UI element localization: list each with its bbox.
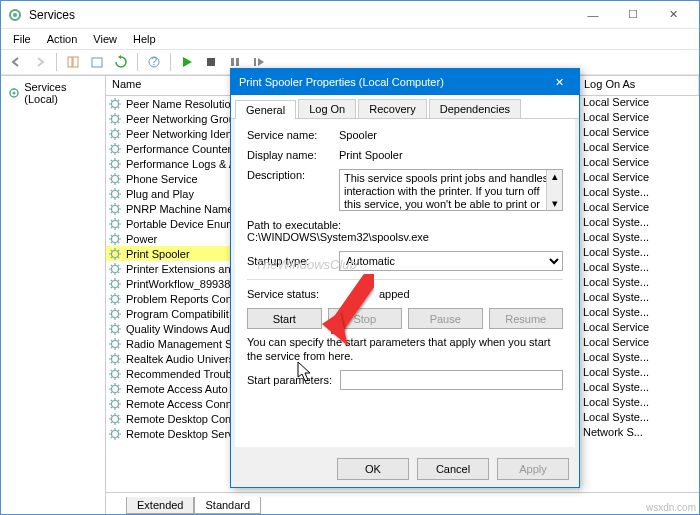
- tab-logon[interactable]: Log On: [298, 99, 356, 118]
- menu-view[interactable]: View: [85, 31, 125, 47]
- svg-rect-9: [236, 58, 239, 66]
- tab-dependencies[interactable]: Dependencies: [429, 99, 521, 118]
- svg-line-183: [118, 369, 119, 370]
- gear-icon: [108, 112, 122, 126]
- tree-pane[interactable]: Services (Local): [1, 76, 106, 514]
- tab-extended[interactable]: Extended: [126, 497, 194, 514]
- pause-button[interactable]: Pause: [408, 308, 483, 329]
- svg-point-157: [112, 340, 119, 347]
- logon-value: Local Syste...: [579, 381, 699, 396]
- stop-button[interactable]: Stop: [328, 308, 403, 329]
- service-name: Plug and Play: [126, 188, 194, 200]
- tab-recovery[interactable]: Recovery: [358, 99, 426, 118]
- start-button[interactable]: Start: [247, 308, 322, 329]
- service-name: Quality Windows Audi: [126, 323, 232, 335]
- dialog-tabs: General Log On Recovery Dependencies: [231, 95, 579, 119]
- forward-button[interactable]: [29, 51, 51, 73]
- svg-line-144: [111, 309, 112, 310]
- svg-point-1: [13, 13, 17, 17]
- dialog-titlebar[interactable]: Print Spooler Properties (Local Computer…: [231, 69, 579, 95]
- svg-line-219: [118, 429, 119, 430]
- apply-button[interactable]: Apply: [497, 458, 569, 480]
- refresh-button[interactable]: [110, 51, 132, 73]
- logon-value: Local Syste...: [579, 396, 699, 411]
- svg-line-137: [111, 301, 112, 302]
- menu-file[interactable]: File: [5, 31, 39, 47]
- svg-line-153: [111, 324, 112, 325]
- show-hide-button[interactable]: [62, 51, 84, 73]
- start-service-button[interactable]: [176, 51, 198, 73]
- svg-line-172: [118, 361, 119, 362]
- tab-standard[interactable]: Standard: [194, 497, 261, 514]
- svg-line-111: [118, 249, 119, 250]
- svg-line-47: [111, 151, 112, 152]
- gear-icon: [108, 307, 122, 321]
- tab-general[interactable]: General: [235, 100, 296, 119]
- stop-service-button[interactable]: [200, 51, 222, 73]
- gear-icon: [108, 97, 122, 111]
- svg-line-72: [111, 189, 112, 190]
- service-name: Power: [126, 233, 157, 245]
- startup-type-select[interactable]: Automatic: [339, 251, 563, 271]
- scroll-up-icon[interactable]: ▴: [552, 170, 558, 183]
- svg-line-83: [111, 211, 112, 212]
- label-display-name: Display name:: [247, 149, 339, 161]
- svg-line-99: [111, 234, 112, 235]
- svg-line-171: [111, 354, 112, 355]
- tree-root[interactable]: Services (Local): [5, 80, 101, 106]
- svg-line-155: [111, 331, 112, 332]
- label-path: Path to executable:: [247, 219, 563, 231]
- export-button[interactable]: [86, 51, 108, 73]
- gear-icon: [108, 247, 122, 261]
- label-startup: Startup type:: [247, 255, 339, 267]
- svg-line-45: [111, 144, 112, 145]
- svg-line-73: [118, 196, 119, 197]
- gear-icon: [108, 367, 122, 381]
- svg-line-138: [118, 294, 119, 295]
- cancel-button[interactable]: Cancel: [417, 458, 489, 480]
- menu-action[interactable]: Action: [39, 31, 86, 47]
- logon-value: Local Syste...: [579, 186, 699, 201]
- close-button[interactable]: ✕: [653, 5, 693, 25]
- dialog-close-button[interactable]: ✕: [547, 72, 571, 92]
- maximize-button[interactable]: ☐: [613, 5, 653, 25]
- logon-value: Local Service: [579, 156, 699, 171]
- svg-line-21: [118, 99, 119, 100]
- minimize-button[interactable]: —: [573, 5, 613, 25]
- gear-icon: [108, 337, 122, 351]
- description-scrollbar[interactable]: ▴ ▾: [546, 170, 562, 210]
- svg-point-166: [112, 355, 119, 362]
- svg-text:?: ?: [151, 55, 157, 67]
- logon-value: Local Service: [579, 141, 699, 156]
- titlebar[interactable]: Services — ☐ ✕: [1, 1, 699, 29]
- svg-line-208: [118, 421, 119, 422]
- svg-line-128: [111, 286, 112, 287]
- gear-icon: [108, 292, 122, 306]
- help-button[interactable]: ?: [143, 51, 165, 73]
- svg-line-198: [111, 399, 112, 400]
- service-name: Recommended Troubl: [126, 368, 234, 380]
- back-button[interactable]: [5, 51, 27, 73]
- menu-help[interactable]: Help: [125, 31, 164, 47]
- scroll-down-icon[interactable]: ▾: [552, 197, 558, 210]
- svg-line-218: [111, 436, 112, 437]
- svg-line-90: [111, 219, 112, 220]
- svg-line-162: [111, 339, 112, 340]
- svg-line-63: [111, 174, 112, 175]
- service-name: PNRP Machine Name: [126, 203, 233, 215]
- service-name: Peer Networking Ident: [126, 128, 235, 140]
- resume-button[interactable]: Resume: [489, 308, 564, 329]
- svg-line-75: [118, 189, 119, 190]
- col-logon[interactable]: Log On As: [578, 76, 699, 95]
- svg-point-184: [112, 385, 119, 392]
- value-display-name: Print Spooler: [339, 149, 563, 161]
- description-box[interactable]: This service spools print jobs and handl…: [339, 169, 563, 211]
- svg-line-147: [118, 309, 119, 310]
- window-title: Services: [29, 8, 573, 22]
- service-name: Portable Device Enum: [126, 218, 235, 230]
- ok-button[interactable]: OK: [337, 458, 409, 480]
- source-watermark: wsxdn.com: [646, 502, 696, 513]
- svg-line-200: [111, 406, 112, 407]
- svg-point-121: [112, 280, 119, 287]
- start-parameters-input[interactable]: [340, 370, 563, 390]
